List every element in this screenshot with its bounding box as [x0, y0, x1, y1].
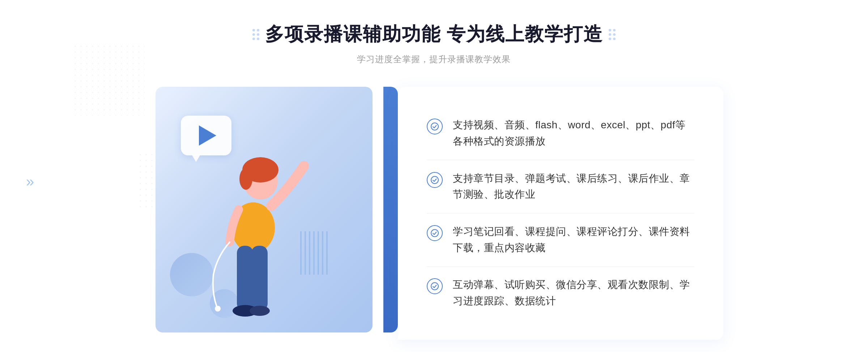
human-figure-illustration — [174, 123, 340, 340]
feature-divider-2 — [427, 213, 694, 214]
page-title: 多项录播课辅助功能 专为线上教学打造 — [265, 22, 603, 47]
svg-rect-4 — [237, 246, 253, 311]
feature-item-1: 支持视频、音频、flash、word、excel、ppt、pdf等各种格式的资源… — [427, 110, 694, 157]
feature-item-3: 学习笔记回看、课程提问、课程评论打分、课件资料下载，重点内容收藏 — [427, 216, 694, 263]
check-circle-3 — [427, 225, 443, 241]
check-icon-3 — [427, 225, 443, 241]
check-circle-2 — [427, 172, 443, 188]
check-circle-1 — [427, 119, 443, 134]
check-icon-1 — [427, 119, 443, 134]
feature-divider-1 — [427, 160, 694, 160]
page-wrapper: » 多项录播课辅助功能 专为线上教学打造 学习进度全掌握，提升录播课教学效果 — [0, 0, 868, 352]
svg-point-10 — [431, 123, 438, 130]
chevron-left-decoration: » — [26, 173, 34, 190]
check-icon-4 — [427, 278, 443, 294]
svg-point-12 — [431, 229, 438, 237]
feature-item-2: 支持章节目录、弹题考试、课后练习、课后作业、章节测验、批改作业 — [427, 163, 694, 210]
illustration-area — [145, 87, 398, 340]
feature-item-4: 互动弹幕、试听购买、微信分享、观看次数限制、学习进度跟踪、数据统计 — [427, 270, 694, 317]
feature-divider-3 — [427, 266, 694, 267]
main-content: 支持视频、音频、flash、word、excel、ppt、pdf等各种格式的资源… — [145, 87, 723, 340]
svg-rect-5 — [251, 246, 268, 311]
header-title-wrapper: 多项录播课辅助功能 专为线上教学打造 — [252, 22, 616, 47]
svg-point-8 — [215, 306, 221, 312]
svg-point-13 — [431, 283, 438, 290]
svg-point-9 — [300, 161, 309, 170]
feature-text-2: 支持章节目录、弹题考试、课后练习、课后作业、章节测验、批改作业 — [453, 171, 694, 203]
dots-decoration-top-left — [72, 43, 145, 116]
svg-point-11 — [431, 176, 438, 184]
page-subtitle: 学习进度全掌握，提升录播课教学效果 — [252, 53, 616, 65]
feature-text-3: 学习笔记回看、课程提问、课程评论打分、课件资料下载，重点内容收藏 — [453, 224, 694, 256]
illustration-blue-bar — [383, 87, 398, 332]
features-area: 支持视频、音频、flash、word、excel、ppt、pdf等各种格式的资源… — [398, 87, 723, 340]
feature-text-4: 互动弹幕、试听购买、微信分享、观看次数限制、学习进度跟踪、数据统计 — [453, 277, 694, 309]
svg-point-3 — [239, 168, 252, 190]
check-icon-2 — [427, 172, 443, 188]
svg-point-7 — [250, 306, 270, 316]
header-section: 多项录播课辅助功能 专为线上教学打造 学习进度全掌握，提升录播课教学效果 — [252, 22, 616, 65]
dots-icon-left — [252, 29, 259, 40]
check-circle-4 — [427, 278, 443, 294]
dots-icon-right — [609, 29, 616, 40]
feature-text-1: 支持视频、音频、flash、word、excel、ppt、pdf等各种格式的资源… — [453, 117, 694, 150]
